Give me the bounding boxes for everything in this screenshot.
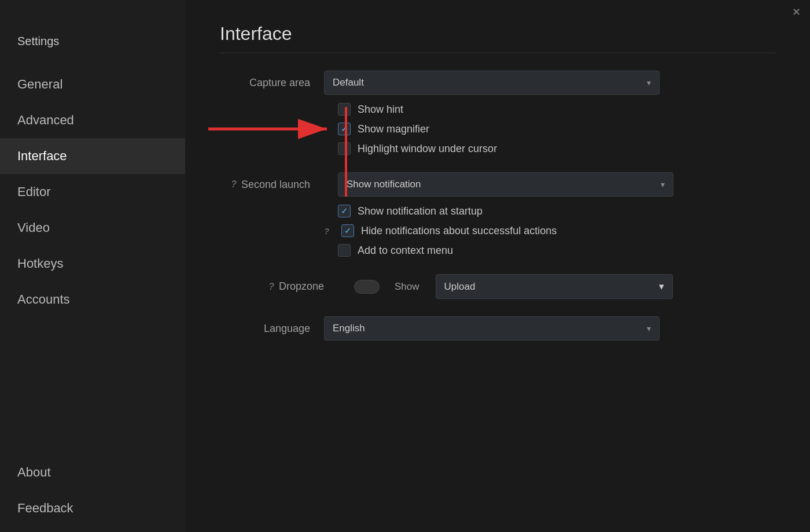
sidebar-item-hotkeys[interactable]: Hotkeys xyxy=(0,246,185,282)
dropdown-arrow-icon: ▾ xyxy=(647,78,651,87)
sidebar-item-editor[interactable]: Editor xyxy=(0,174,185,210)
second-launch-dropdown[interactable]: Show notification ▾ xyxy=(338,172,673,197)
checkmark-icon3: ✓ xyxy=(344,226,351,235)
show-notification-startup-row: ✓ Show notification at startup xyxy=(220,205,775,217)
dropzone-toggle[interactable] xyxy=(354,280,380,294)
show-magnifier-label: Show magnifier xyxy=(358,123,429,135)
close-button[interactable]: ✕ xyxy=(792,7,801,17)
sidebar-item-feedback[interactable]: Feedback xyxy=(0,490,185,526)
dropzone-section: ? Dropzone Show Upload ▾ xyxy=(220,274,775,299)
show-magnifier-checkbox[interactable]: ✓ xyxy=(338,123,351,135)
add-context-menu-checkbox[interactable] xyxy=(338,244,351,257)
show-hint-label: Show hint xyxy=(358,104,403,116)
hide-notifications-checkbox[interactable]: ✓ xyxy=(341,224,354,237)
checkmark-icon: ✓ xyxy=(341,124,348,134)
second-launch-help-icon: ? xyxy=(231,179,237,190)
main-content: ✕ Interface Capture area Default ▾ Show … xyxy=(185,0,810,532)
hide-notifications-row: ? ✓ Hide notifications about successful … xyxy=(220,224,775,237)
hide-notifications-help-icon: ? xyxy=(324,226,334,236)
sidebar-item-interface[interactable]: Interface xyxy=(0,138,185,174)
highlight-window-row: Highlight window under cursor xyxy=(220,142,775,155)
page-title: Interface xyxy=(220,23,775,53)
second-launch-section: ? Second launch Show notification ▾ ✓ Sh… xyxy=(220,172,775,257)
capture-area-row: Capture area Default ▾ xyxy=(220,71,775,95)
show-hint-checkbox[interactable] xyxy=(338,103,351,116)
sidebar-item-advanced[interactable]: Advanced xyxy=(0,102,185,138)
show-notification-startup-checkbox[interactable]: ✓ xyxy=(338,205,351,217)
dropzone-label-group: ? Dropzone xyxy=(220,280,324,293)
sidebar-item-video[interactable]: Video xyxy=(0,210,185,246)
language-label: Language xyxy=(220,323,324,335)
sidebar-item-general[interactable]: General xyxy=(0,66,185,102)
second-launch-label-group: ? Second launch xyxy=(220,179,324,191)
language-dropdown[interactable]: English ▾ xyxy=(324,316,660,341)
hide-notifications-label: Hide notifications about successful acti… xyxy=(361,225,557,237)
dropzone-help-icon: ? xyxy=(268,282,274,292)
highlight-window-checkbox[interactable] xyxy=(338,142,351,155)
dropzone-show-label: Show xyxy=(395,281,419,293)
capture-area-dropdown[interactable]: Default ▾ xyxy=(324,71,660,95)
dropzone-dropdown-arrow-icon: ▾ xyxy=(659,280,664,293)
highlight-window-label: Highlight window under cursor xyxy=(358,143,497,155)
language-section: Language English ▾ xyxy=(220,316,775,341)
show-magnifier-row: ✓ Show magnifier xyxy=(220,123,775,135)
add-context-menu-label: Add to context menu xyxy=(358,245,453,257)
dropzone-row: ? Dropzone Show Upload ▾ xyxy=(220,274,775,299)
second-launch-row: ? Second launch Show notification ▾ xyxy=(220,172,775,197)
checkmark-icon2: ✓ xyxy=(341,206,348,216)
app-title: Settings xyxy=(0,35,185,66)
sidebar: Settings General Advanced Interface Edit… xyxy=(0,0,185,532)
capture-area-section: Capture area Default ▾ Show hint ✓ Show … xyxy=(220,71,775,155)
show-hint-row: Show hint xyxy=(220,103,775,116)
capture-area-label: Capture area xyxy=(220,77,324,89)
language-dropdown-arrow-icon: ▾ xyxy=(647,324,651,333)
language-row: Language English ▾ xyxy=(220,316,775,341)
sidebar-item-about[interactable]: About xyxy=(0,455,185,490)
add-context-menu-row: Add to context menu xyxy=(220,244,775,257)
sidebar-item-accounts[interactable]: Accounts xyxy=(0,282,185,317)
dropzone-upload-dropdown[interactable]: Upload ▾ xyxy=(436,274,673,299)
show-notification-startup-label: Show notification at startup xyxy=(358,205,483,217)
second-launch-dropdown-arrow-icon: ▾ xyxy=(661,180,665,189)
